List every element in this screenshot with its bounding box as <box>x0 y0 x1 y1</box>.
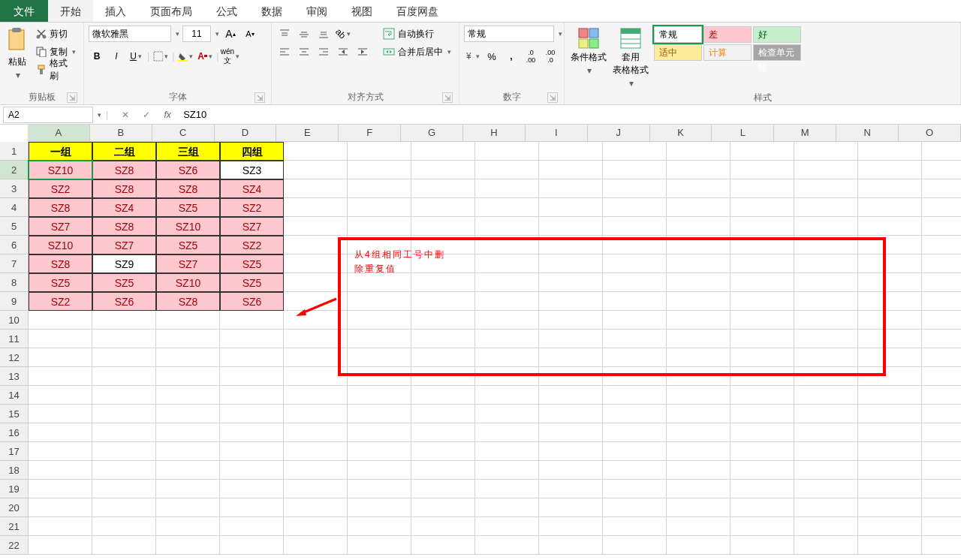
tab-home[interactable]: 开始 <box>48 0 93 22</box>
cell-D10[interactable] <box>220 311 284 330</box>
cell-A5[interactable]: SZ7 <box>29 217 92 236</box>
cell-B10[interactable] <box>92 311 156 330</box>
cell-A2[interactable]: SZ10 <box>29 161 92 179</box>
cell-C20[interactable] <box>156 498 220 517</box>
cell-B22[interactable] <box>92 536 156 555</box>
cell-M21[interactable] <box>794 517 858 536</box>
cell-A19[interactable] <box>29 480 92 498</box>
cell-L22[interactable] <box>731 536 794 555</box>
cell-F2[interactable] <box>348 161 411 179</box>
align-bottom-button[interactable] <box>315 26 332 42</box>
cell-M20[interactable] <box>794 498 858 517</box>
cell-F1[interactable] <box>348 142 411 161</box>
cell-E17[interactable] <box>284 442 348 461</box>
row-header-14[interactable]: 14 <box>0 386 28 405</box>
increase-font-button[interactable]: A▴ <box>222 26 239 42</box>
cell-M19[interactable] <box>794 480 858 498</box>
cell-C6[interactable]: SZ5 <box>156 236 220 254</box>
col-header-D[interactable]: D <box>215 125 277 141</box>
cell-H21[interactable] <box>475 517 539 536</box>
cell-E3[interactable] <box>284 179 348 198</box>
fill-color-button[interactable]: ▾ <box>177 48 194 65</box>
cell-A18[interactable] <box>29 461 92 480</box>
row-header-17[interactable]: 17 <box>0 442 28 461</box>
cell-O21[interactable] <box>922 517 961 536</box>
conditional-format-button[interactable]: 条件格式▾ <box>569 26 608 77</box>
cell-C7[interactable]: SZ7 <box>156 254 220 273</box>
cell-C17[interactable] <box>156 442 220 461</box>
cell-B6[interactable]: SZ7 <box>92 236 156 254</box>
cell-H4[interactable] <box>475 198 539 217</box>
cell-O6[interactable] <box>922 236 961 254</box>
cell-D16[interactable] <box>220 423 284 442</box>
cell-B16[interactable] <box>92 423 156 442</box>
cell-A15[interactable] <box>29 405 92 423</box>
row-header-10[interactable]: 10 <box>0 311 28 330</box>
cell-G14[interactable] <box>411 386 475 405</box>
cell-E1[interactable] <box>284 142 348 161</box>
cell-F20[interactable] <box>348 498 411 517</box>
align-top-button[interactable] <box>276 26 293 42</box>
spreadsheet-grid[interactable]: ABCDEFGHIJKLMNO 123456789101112131415161… <box>0 125 961 560</box>
cell-E19[interactable] <box>284 480 348 498</box>
cell-G4[interactable] <box>411 198 475 217</box>
cell-E5[interactable] <box>284 217 348 236</box>
cell-A16[interactable] <box>29 423 92 442</box>
cell-C22[interactable] <box>156 536 220 555</box>
cell-C13[interactable] <box>156 367 220 386</box>
style-check[interactable]: 检查单元格 <box>753 44 801 61</box>
cell-G17[interactable] <box>411 442 475 461</box>
row-header-4[interactable]: 4 <box>0 198 28 217</box>
cell-I15[interactable] <box>539 405 603 423</box>
font-color-button[interactable]: A▾ <box>197 48 213 65</box>
col-header-A[interactable]: A <box>28 125 90 141</box>
cell-G18[interactable] <box>411 461 475 480</box>
cell-G1[interactable] <box>411 142 475 161</box>
cell-O14[interactable] <box>922 386 961 405</box>
cell-I19[interactable] <box>539 480 603 498</box>
cell-O1[interactable] <box>922 142 961 161</box>
cell-I17[interactable] <box>539 442 603 461</box>
cell-C5[interactable]: SZ10 <box>156 217 220 236</box>
cell-F14[interactable] <box>348 386 411 405</box>
cell-O5[interactable] <box>922 217 961 236</box>
cell-I18[interactable] <box>539 461 603 480</box>
cell-C11[interactable] <box>156 330 220 348</box>
cell-J2[interactable] <box>603 161 667 179</box>
cell-J5[interactable] <box>603 217 667 236</box>
phonetic-button[interactable]: wén文▾ <box>221 48 238 65</box>
row-header-1[interactable]: 1 <box>0 142 28 161</box>
cell-F4[interactable] <box>348 198 411 217</box>
cell-D21[interactable] <box>220 517 284 536</box>
cell-K4[interactable] <box>667 198 731 217</box>
tab-file[interactable]: 文件 <box>0 0 48 22</box>
cell-G5[interactable] <box>411 217 475 236</box>
cell-C9[interactable]: SZ8 <box>156 292 220 311</box>
cell-A17[interactable] <box>29 442 92 461</box>
cell-C2[interactable]: SZ6 <box>156 161 220 179</box>
cell-L2[interactable] <box>731 161 794 179</box>
cell-I1[interactable] <box>539 142 603 161</box>
cell-O4[interactable] <box>922 198 961 217</box>
cell-L16[interactable] <box>731 423 794 442</box>
cell-C1[interactable]: 三组 <box>156 142 220 161</box>
cell-I14[interactable] <box>539 386 603 405</box>
cell-H1[interactable] <box>475 142 539 161</box>
col-header-N[interactable]: N <box>836 125 899 141</box>
row-header-7[interactable]: 7 <box>0 254 28 273</box>
cell-D1[interactable]: 四组 <box>220 142 284 161</box>
cell-M4[interactable] <box>794 198 858 217</box>
cell-O17[interactable] <box>922 442 961 461</box>
col-header-O[interactable]: O <box>899 125 961 141</box>
cell-J21[interactable] <box>603 517 667 536</box>
align-middle-button[interactable] <box>296 26 312 42</box>
row-header-22[interactable]: 22 <box>0 536 28 555</box>
cell-O2[interactable] <box>922 161 961 179</box>
cell-O9[interactable] <box>922 292 961 311</box>
cell-F21[interactable] <box>348 517 411 536</box>
col-header-J[interactable]: J <box>588 125 650 141</box>
italic-button[interactable]: I <box>108 48 125 65</box>
cell-C19[interactable] <box>156 480 220 498</box>
cell-N19[interactable] <box>858 480 922 498</box>
cell-E20[interactable] <box>284 498 348 517</box>
